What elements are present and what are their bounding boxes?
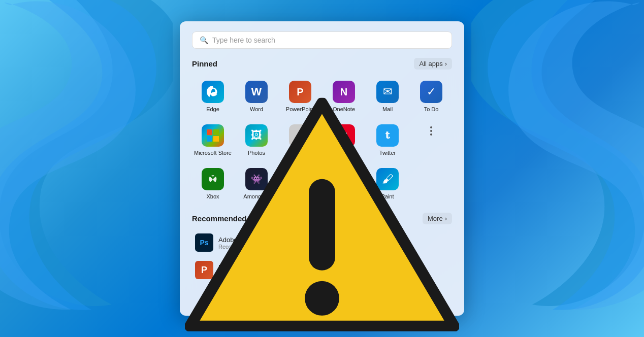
app-mail[interactable]: ✉ Mail: [367, 77, 408, 116]
twitter-label: Twitter: [379, 150, 396, 156]
mail-label: Mail: [382, 106, 393, 112]
search-icon: 🔍: [200, 36, 208, 44]
search-bar[interactable]: 🔍 Type here to search: [192, 31, 452, 49]
all-apps-button[interactable]: All apps ›: [414, 58, 452, 70]
app-powerpoint[interactable]: P PowerPoint: [279, 77, 321, 116]
chevron-right-icon: ›: [445, 60, 447, 68]
app-edge[interactable]: Edge: [192, 77, 234, 116]
svg-rect-2: [207, 136, 212, 142]
photos-icon: 🖼: [245, 124, 268, 147]
svg-point-4: [207, 173, 219, 185]
app-todo[interactable]: ✓ To Do: [410, 77, 452, 116]
hidden1-icon: [289, 124, 311, 147]
pinterest-icon: P: [333, 124, 355, 147]
app-more-dots[interactable]: [410, 120, 452, 160]
more-button[interactable]: More ›: [423, 213, 452, 224]
search-placeholder: Type here to search: [212, 36, 444, 44]
netflix-icon: N: [333, 168, 355, 190]
powerpoint-icon: P: [289, 81, 311, 103]
msstore-label: Microsoft Store: [194, 150, 232, 156]
powerpoint-label: PowerPoint: [286, 106, 314, 112]
among-label: Among Us: [243, 193, 269, 199]
onenote-label: OneNote: [333, 106, 355, 112]
word-label: Word: [250, 106, 263, 112]
netflix-label: Netflix: [336, 193, 352, 199]
app-photos[interactable]: 🖼 Photos: [236, 120, 277, 160]
pinned-title: Pinned: [192, 59, 217, 68]
svg-rect-0: [207, 129, 212, 135]
app-netflix[interactable]: N Netflix: [323, 164, 365, 204]
pinned-apps-grid: Edge W Word P PowerPoint N OneNote ✉ Mai…: [192, 77, 452, 204]
rec-item-ppt[interactable]: P PowerPoint... Recently opened: [192, 259, 452, 281]
paint-icon: 🖌: [376, 168, 399, 190]
hidden2-icon: [289, 168, 311, 190]
more-dots-icon: [428, 124, 434, 138]
app-onenote[interactable]: N OneNote: [323, 77, 365, 116]
app-among[interactable]: 👾 Among Us: [236, 164, 277, 204]
todo-label: To Do: [424, 106, 439, 112]
recommended-title: Recommended: [192, 214, 247, 223]
app-pinterest[interactable]: P Pinterest: [323, 120, 365, 160]
svg-rect-3: [213, 136, 219, 142]
swirl-right: [471, 0, 644, 315]
pinned-header: Pinned All apps ›: [192, 58, 452, 70]
edge-icon: [202, 81, 224, 103]
ppt-rec-title: PowerPoint...: [218, 263, 261, 271]
among-icon: 👾: [245, 168, 268, 190]
word-icon: W: [245, 81, 268, 103]
ppt-rec-text: PowerPoint... Recently opened: [218, 263, 261, 277]
recommended-section: Recommended More › Ps Adobe Rec... Recen…: [192, 213, 452, 281]
svg-rect-1: [213, 129, 219, 135]
rec-item-adobe[interactable]: Ps Adobe Rec... Recently added: [192, 231, 452, 254]
app-word[interactable]: W Word: [236, 77, 277, 116]
edge-label: Edge: [206, 106, 219, 112]
mail-icon: ✉: [376, 81, 399, 103]
app-msstore[interactable]: Microsoft Store: [192, 120, 234, 160]
ppt-rec-icon: P: [195, 261, 213, 279]
pinterest-label: Pinterest: [333, 150, 355, 156]
paint-label: Paint: [381, 193, 394, 199]
app-hidden1[interactable]: [279, 120, 321, 160]
chevron-right-more-icon: ›: [445, 215, 447, 222]
swirl-left: [0, 0, 173, 315]
adobe-rec-sub: Recently added: [218, 244, 257, 250]
msstore-icon: [202, 124, 224, 147]
app-hidden2[interactable]: [279, 164, 321, 204]
adobe-rec-text: Adobe Rec... Recently added: [218, 236, 257, 250]
app-paint[interactable]: 🖌 Paint: [367, 164, 408, 204]
onenote-icon: N: [333, 81, 355, 103]
todo-icon: ✓: [420, 81, 442, 103]
more-label: More: [428, 215, 443, 222]
xbox-label: Xbox: [206, 193, 219, 199]
all-apps-label: All apps: [419, 60, 442, 68]
recommended-header: Recommended More ›: [192, 213, 452, 224]
ppt-rec-sub: Recently opened: [218, 271, 261, 277]
photos-label: Photos: [248, 150, 265, 156]
twitter-icon: 𝕥: [376, 124, 399, 147]
recommended-items: Ps Adobe Rec... Recently added P PowerPo…: [192, 231, 452, 281]
adobe-rec-icon: Ps: [195, 233, 213, 252]
app-xbox[interactable]: Xbox: [192, 164, 234, 204]
start-menu: 🔍 Type here to search Pinned All apps › …: [180, 21, 464, 316]
adobe-rec-title: Adobe Rec...: [218, 236, 257, 244]
app-twitter[interactable]: 𝕥 Twitter: [367, 120, 408, 160]
xbox-icon: [202, 168, 224, 190]
